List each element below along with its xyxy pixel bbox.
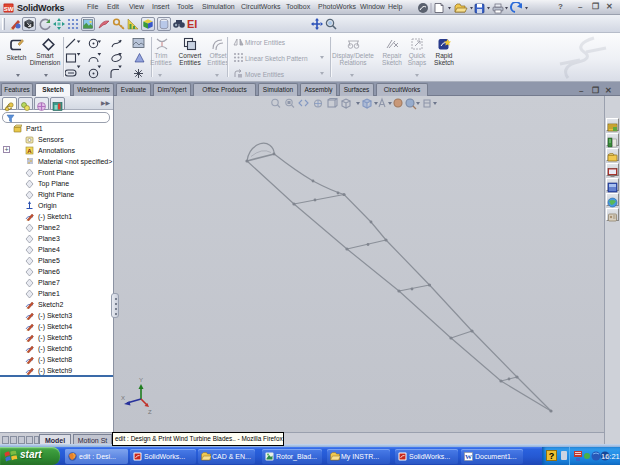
svg-text:SW: SW [4,6,14,12]
svg-text:Y: Y [139,377,143,383]
svg-text:EI: EI [187,18,197,30]
svg-text:X: X [121,395,125,401]
svg-text:W: W [465,453,472,461]
svg-text:Z: Z [148,409,152,415]
